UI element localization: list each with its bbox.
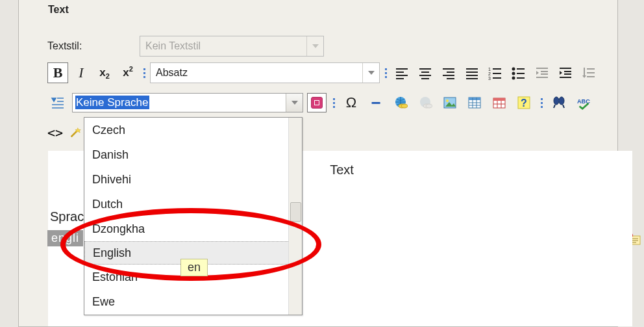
textstil-select[interactable]: Kein Textstil — [140, 36, 324, 57]
svg-point-50 — [401, 104, 408, 108]
italic-button[interactable]: I — [71, 62, 92, 83]
align-center-button[interactable] — [415, 62, 436, 83]
bullet-list-button[interactable] — [508, 62, 529, 83]
svg-point-55 — [446, 99, 449, 102]
align-left-button[interactable] — [391, 62, 412, 83]
text-panel: Text Textstil: Kein Textstil B I x2 x2 A… — [18, 0, 618, 327]
dropdown-item-ewe[interactable]: Ewe — [84, 289, 290, 314]
hr-button[interactable]: − — [365, 92, 386, 113]
align-justify-button[interactable] — [462, 62, 482, 83]
section-title: Text — [48, 4, 69, 16]
language-dropdown-list: Czech Danish Dhivehi Dutch Dzongkha Engl… — [84, 118, 290, 315]
svg-point-53 — [426, 104, 432, 108]
svg-line-73 — [554, 105, 555, 108]
separator-icon — [141, 68, 147, 78]
image-button[interactable] — [440, 92, 460, 113]
source-code-button[interactable]: <> — [47, 125, 63, 140]
dropdown-item-dhivehi[interactable]: Dhivehi — [84, 167, 290, 192]
help-button[interactable]: ? — [514, 92, 534, 113]
bold-button[interactable]: B — [47, 62, 68, 83]
svg-marker-43 — [52, 98, 56, 101]
svg-line-74 — [563, 105, 564, 108]
svg-marker-29 — [536, 71, 539, 75]
separator-icon — [382, 68, 389, 78]
svg-marker-42 — [582, 75, 586, 78]
link-button[interactable] — [390, 92, 411, 113]
svg-point-24 — [513, 73, 515, 75]
dropdown-item-dutch[interactable]: Dutch — [84, 192, 290, 216]
body-label-fragment: Sprac — [50, 209, 84, 224]
language-combo-text: Keine Sprache — [73, 95, 286, 111]
spellcheck-button[interactable]: ABC — [573, 92, 594, 113]
row-textstil: Textstil: Kein Textstil — [47, 35, 634, 57]
svg-rect-64 — [493, 98, 505, 101]
tooltip: en — [180, 259, 208, 276]
outdent-button[interactable] — [532, 62, 552, 83]
dropdown-item-czech[interactable]: Czech — [84, 118, 290, 142]
content-suffix: Text — [330, 163, 354, 177]
svg-text:?: ? — [521, 98, 527, 109]
svg-text:1: 1 — [488, 67, 491, 72]
chevron-down-icon — [362, 63, 379, 83]
svg-point-70 — [554, 97, 559, 105]
paragraph-value: Absatz — [151, 67, 362, 79]
align-right-button[interactable] — [438, 62, 459, 83]
textstil-value: Kein Textstil — [140, 40, 306, 52]
svg-marker-77 — [75, 128, 80, 133]
table-button[interactable] — [464, 92, 485, 113]
svg-text:2: 2 — [488, 72, 491, 76]
superscript-button[interactable]: x2 — [118, 62, 138, 83]
dropdown-item-danish[interactable]: Danish — [84, 142, 290, 167]
language-dropdown[interactable]: Czech Danish Dhivehi Dutch Dzongkha Engl… — [84, 117, 303, 315]
selected-word: engli — [47, 230, 83, 246]
find-button[interactable] — [549, 92, 569, 113]
sort-button[interactable] — [578, 62, 599, 83]
calendar-button[interactable] — [489, 92, 510, 113]
svg-rect-58 — [469, 98, 480, 100]
chevron-down-icon[interactable] — [286, 94, 303, 112]
row-language: Keine Sprache Ω − — [47, 91, 634, 114]
row-formatting: B I x2 x2 Absatz — [47, 61, 634, 85]
svg-marker-34 — [560, 71, 562, 75]
chevron-down-icon — [306, 36, 323, 56]
svg-point-71 — [559, 97, 564, 105]
subscript-button[interactable]: x2 — [94, 62, 115, 83]
indent-button[interactable] — [555, 62, 576, 83]
textstil-label: Textstil: — [47, 40, 140, 52]
scrollbar-thumb[interactable] — [290, 202, 301, 222]
dropdown-item-dzongkha[interactable]: Dzongkha — [84, 216, 290, 241]
svg-point-26 — [513, 77, 515, 79]
language-combo[interactable]: Keine Sprache — [72, 93, 303, 112]
marker-square-button[interactable] — [307, 93, 327, 112]
svg-point-22 — [513, 68, 515, 70]
numbered-list-button[interactable]: 123 — [485, 62, 506, 83]
paragraph-select[interactable]: Absatz — [150, 62, 380, 83]
wand-icon[interactable] — [67, 124, 84, 141]
separator-icon — [538, 98, 545, 108]
separator-icon — [330, 98, 337, 108]
dropdown-scrollbar[interactable] — [288, 118, 302, 315]
svg-text:3: 3 — [488, 76, 491, 80]
special-char-button[interactable]: Ω — [341, 92, 362, 113]
svg-rect-72 — [558, 100, 560, 101]
dropdown-item-faeroese[interactable]: Faeroese — [84, 314, 290, 315]
indent-marker-button[interactable] — [47, 92, 68, 113]
unlink-button[interactable] — [415, 92, 436, 113]
